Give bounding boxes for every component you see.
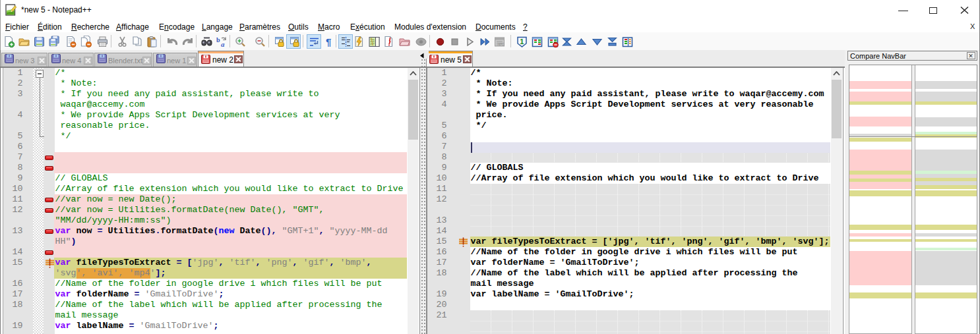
svg-text:a: a (221, 40, 225, 48)
svg-text:b: b (216, 36, 220, 43)
svg-text:¶: ¶ (326, 36, 331, 47)
svg-text:uc: uc (499, 42, 504, 47)
svg-text:1: 1 (520, 37, 524, 45)
